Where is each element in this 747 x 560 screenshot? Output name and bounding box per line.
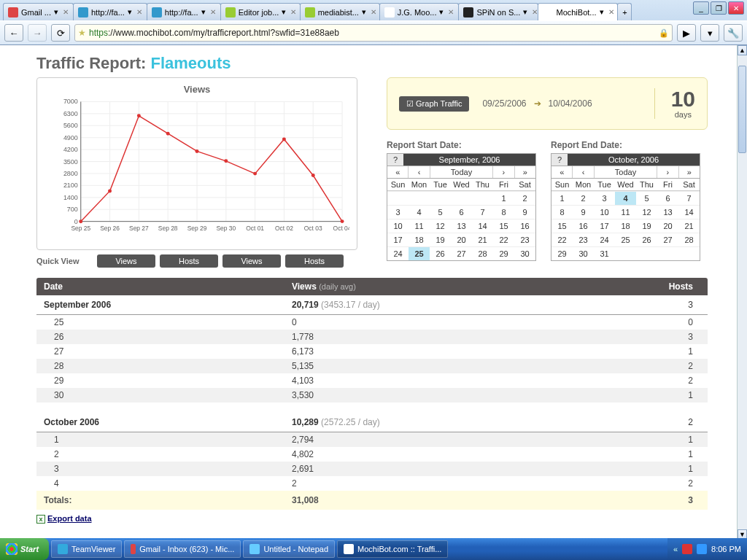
calendar-day[interactable]: 13 xyxy=(657,205,678,219)
calendar-day[interactable]: 6 xyxy=(451,205,472,219)
calendar-day[interactable]: 23 xyxy=(573,233,594,246)
go-button[interactable]: ▶ xyxy=(677,24,696,42)
calendar-day[interactable]: 5 xyxy=(430,205,451,219)
calendar-day[interactable] xyxy=(657,246,678,260)
forward-button[interactable]: → xyxy=(28,24,47,42)
close-tab-icon[interactable]: ✕ xyxy=(448,8,454,16)
calendar-day[interactable]: 11 xyxy=(409,219,430,233)
calendar-day[interactable]: 24 xyxy=(594,233,615,246)
quickview-button[interactable]: Views xyxy=(97,254,155,268)
calendar-day[interactable] xyxy=(430,191,451,205)
close-tab-icon[interactable]: ✕ xyxy=(210,8,216,16)
calendar-end[interactable]: ?October, 2006«‹Today›»SunMonTueWedThuFr… xyxy=(551,153,700,261)
close-tab-icon[interactable]: ✕ xyxy=(290,8,296,16)
calendar-day[interactable]: 14 xyxy=(472,219,493,233)
calendar-day[interactable]: 8 xyxy=(551,205,573,219)
calendar-day[interactable]: 7 xyxy=(678,191,700,205)
cal-prev-month[interactable]: ‹ xyxy=(572,166,593,178)
cal-today-button[interactable]: Today xyxy=(430,166,492,178)
tools-button[interactable]: 🔧 xyxy=(724,24,743,42)
calendar-day[interactable]: 30 xyxy=(514,246,535,260)
back-button[interactable]: ← xyxy=(4,24,23,42)
calendar-day[interactable]: 14 xyxy=(678,205,700,219)
calendar-day[interactable]: 9 xyxy=(573,205,594,219)
calendar-day[interactable] xyxy=(636,246,657,260)
calendar-day[interactable]: 16 xyxy=(514,219,535,233)
calendar-day[interactable]: 22 xyxy=(551,233,573,246)
quickview-button[interactable]: Views xyxy=(222,254,281,268)
close-tab-icon[interactable]: ✕ xyxy=(136,8,142,16)
graph-traffic-button[interactable]: ☑ Graph Traffic xyxy=(399,96,469,112)
calendar-day[interactable]: 15 xyxy=(493,219,514,233)
window-maximize-button[interactable]: ❐ xyxy=(711,1,727,15)
star-icon[interactable]: ★ xyxy=(78,28,86,38)
calendar-day[interactable]: 6 xyxy=(657,191,678,205)
browser-tab[interactable]: MochiBot...▾✕ xyxy=(538,3,618,20)
calendar-day[interactable]: 27 xyxy=(657,233,678,246)
browser-tab[interactable]: J.G. Moo...▾✕ xyxy=(379,3,460,20)
browser-tab[interactable]: Editor job...▾✕ xyxy=(220,3,301,20)
calendar-day[interactable]: 4 xyxy=(615,191,636,205)
calendar-day[interactable]: 8 xyxy=(493,205,514,219)
calendar-day[interactable]: 12 xyxy=(430,219,451,233)
calendar-day[interactable]: 12 xyxy=(636,205,657,219)
calendar-day[interactable]: 20 xyxy=(657,219,678,233)
browser-tab[interactable]: Gmail ...▾✕ xyxy=(3,3,74,20)
calendar-day[interactable]: 11 xyxy=(615,205,636,219)
scroll-thumb[interactable] xyxy=(738,66,746,153)
calendar-day[interactable]: 2 xyxy=(514,191,535,205)
calendar-day[interactable]: 28 xyxy=(678,233,700,246)
calendar-day[interactable]: 19 xyxy=(430,233,451,246)
calendar-day[interactable]: 1 xyxy=(551,191,573,205)
calendar-day[interactable]: 13 xyxy=(451,219,472,233)
browser-tab[interactable]: mediabist...▾✕ xyxy=(300,3,380,20)
new-tab-button[interactable]: + xyxy=(617,3,632,20)
calendar-day[interactable]: 19 xyxy=(636,219,657,233)
calendar-day[interactable]: 25 xyxy=(409,246,430,260)
calendar-day[interactable]: 15 xyxy=(551,219,573,233)
cal-next-month[interactable]: › xyxy=(657,166,678,178)
calendar-day[interactable]: 29 xyxy=(551,246,573,260)
quickview-button[interactable]: Hosts xyxy=(160,254,218,268)
calendar-day[interactable]: 26 xyxy=(636,233,657,246)
browser-tab[interactable]: SPiN on S...▾✕ xyxy=(458,3,538,20)
calendar-day[interactable]: 18 xyxy=(615,219,636,233)
close-tab-icon[interactable]: ✕ xyxy=(371,8,376,16)
calendar-day[interactable]: 25 xyxy=(615,233,636,246)
calendar-day[interactable]: 24 xyxy=(387,246,409,260)
scroll-up-button[interactable]: ▲ xyxy=(738,45,747,55)
calendar-day[interactable]: 2 xyxy=(573,191,594,205)
close-tab-icon[interactable]: ✕ xyxy=(608,8,614,16)
calendar-day[interactable]: 27 xyxy=(451,246,472,260)
calendar-day[interactable]: 18 xyxy=(409,233,430,246)
calendar-day[interactable]: 3 xyxy=(594,191,615,205)
window-minimize-button[interactable]: _ xyxy=(693,1,709,15)
calendar-day[interactable] xyxy=(615,246,636,260)
cal-prev-year[interactable]: « xyxy=(387,166,408,178)
start-button[interactable]: Start xyxy=(0,538,49,540)
calendar-day[interactable]: 30 xyxy=(573,246,594,260)
cal-today-button[interactable]: Today xyxy=(594,166,657,178)
browser-tab[interactable]: http://fa...▾✕ xyxy=(73,3,147,20)
cal-prev-month[interactable]: ‹ xyxy=(408,166,429,178)
window-close-button[interactable]: ✕ xyxy=(728,1,744,15)
calendar-day[interactable]: 9 xyxy=(514,205,535,219)
calendar-day[interactable]: 31 xyxy=(594,246,615,260)
calendar-day[interactable]: 10 xyxy=(594,205,615,219)
close-tab-icon[interactable]: ✕ xyxy=(532,8,538,16)
calendar-day[interactable]: 17 xyxy=(594,219,615,233)
system-tray[interactable]: « 8:06 PM xyxy=(667,538,747,540)
browser-tab[interactable]: http://fa...▾✕ xyxy=(147,3,221,20)
calendar-day[interactable]: 29 xyxy=(493,246,514,260)
calendar-day[interactable]: 17 xyxy=(387,233,409,246)
cal-next-month[interactable]: › xyxy=(492,166,514,178)
close-tab-icon[interactable]: ✕ xyxy=(63,8,69,16)
calendar-day[interactable] xyxy=(387,191,409,205)
quickview-button[interactable]: Hosts xyxy=(285,254,344,268)
calendar-day[interactable]: 23 xyxy=(514,233,535,246)
calendar-day[interactable]: 3 xyxy=(387,205,409,219)
calendar-day[interactable]: 5 xyxy=(636,191,657,205)
cal-next-year[interactable]: » xyxy=(678,166,700,178)
calendar-day[interactable]: 1 xyxy=(493,191,514,205)
calendar-day[interactable]: 10 xyxy=(387,219,409,233)
